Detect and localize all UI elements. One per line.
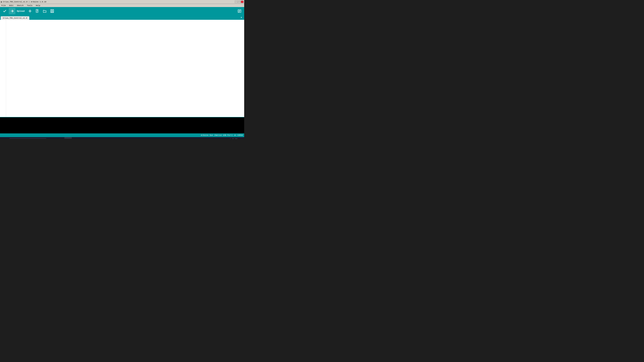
title-bar-left: ⚙ Crius_TRX_Control_v1.0 | Arduino 1.8.1… xyxy=(1,0,46,3)
taskbar-vscode[interactable] xyxy=(72,137,80,139)
toolbar: Upload xyxy=(0,7,244,15)
save-button[interactable] xyxy=(49,8,56,14)
start-button[interactable] xyxy=(1,137,9,139)
svg-rect-10 xyxy=(51,9,54,12)
app-icon: ⚙ xyxy=(1,0,2,3)
svg-rect-11 xyxy=(52,9,53,11)
menu-file[interactable]: File xyxy=(1,4,6,6)
open-button[interactable] xyxy=(42,8,48,14)
menu-sketch[interactable]: Sketch xyxy=(16,4,24,6)
console-output xyxy=(0,117,244,133)
menu-edit[interactable]: Edit xyxy=(8,4,14,6)
debug-button[interactable] xyxy=(27,8,33,14)
title-bar: ⚙ Crius_TRX_Control_v1.0 | Arduino 1.8.1… xyxy=(0,0,244,4)
tab-bar: Crius_TRX_Control_v1.0 ▾ xyxy=(0,15,244,20)
taskbar-file-explorer[interactable] xyxy=(48,137,56,139)
menu-bar: File Edit Sketch Tools Help xyxy=(0,4,244,7)
close-button[interactable]: ✕ xyxy=(241,1,244,3)
taskbar: Type here to search ∞ 🌐 🔊 🔋 ENG xyxy=(0,137,244,139)
line-numbers xyxy=(0,20,6,117)
clock[interactable]: 1:00 PM 12/3/2022 xyxy=(229,138,239,139)
status-bar: Arduino Due (Native USB Port) on COM40 xyxy=(0,133,244,137)
taskbar-chrome[interactable] xyxy=(56,137,64,139)
menu-help[interactable]: Help xyxy=(35,4,41,6)
code-editor[interactable] xyxy=(6,20,244,117)
taskbar-arduino[interactable]: ∞ xyxy=(64,137,72,139)
search-box[interactable]: Type here to search xyxy=(10,138,46,139)
verify-button[interactable] xyxy=(1,8,8,14)
editor-container xyxy=(0,20,244,117)
svg-rect-12 xyxy=(51,11,53,12)
tab-main[interactable]: Crius_TRX_Control_v1.0 xyxy=(1,16,29,20)
window-title: Crius_TRX_Control_v1.0 | Arduino 1.8.19 xyxy=(3,1,46,3)
new-button[interactable] xyxy=(34,8,41,14)
maximize-button[interactable]: □ xyxy=(238,1,240,3)
upload-button[interactable] xyxy=(9,8,16,14)
upload-label: Upload xyxy=(17,10,25,12)
title-bar-controls: — □ ✕ xyxy=(235,1,244,3)
board-status: Arduino Due (Native USB Port) on COM40 xyxy=(201,134,243,136)
svg-point-1 xyxy=(30,10,30,11)
taskbar-right: 🌐 🔊 🔋 ENG 1:00 PM 12/3/2022 💬 xyxy=(211,138,243,139)
serial-monitor-button[interactable] xyxy=(236,8,243,14)
minimize-button[interactable]: — xyxy=(235,1,238,3)
time-display: 1:00 PM xyxy=(229,138,239,139)
tab-scroll-button[interactable]: ▾ xyxy=(239,16,244,19)
menu-tools[interactable]: Tools xyxy=(26,4,33,6)
